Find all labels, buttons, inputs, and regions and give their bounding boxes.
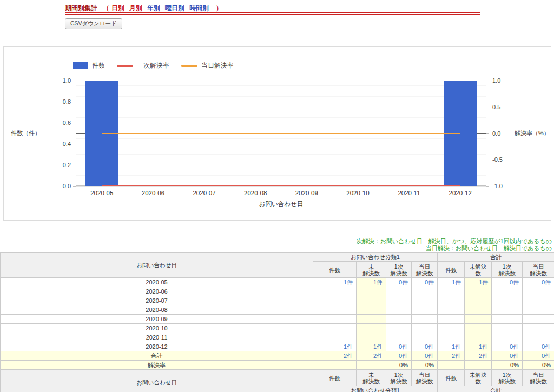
legend-item-first-resolution-rate[interactable]: 一次解決率 <box>117 61 169 70</box>
value-link-total-2[interactable]: 0件 <box>399 353 408 359</box>
row-label-2020-12: 2020-12 <box>1 342 313 351</box>
nav-link-monthly[interactable]: 月別 <box>129 4 142 12</box>
nav-link-weekday[interactable]: 曜日別 <box>165 4 184 12</box>
sub-header-6: 1次 解決数 <box>492 262 523 278</box>
value-link-2020-05-5[interactable]: 1件 <box>479 279 488 285</box>
gridline <box>76 144 486 144</box>
value-link-2020-05-6[interactable]: 0件 <box>510 279 519 285</box>
group-header-inquiry-category-1: お問い合わせ分類1 <box>313 253 438 262</box>
chart-legend: 件数一次解決率当日解決率 <box>73 61 234 70</box>
left-tick-mark <box>73 165 76 165</box>
cell-2020-07-5 <box>465 296 492 305</box>
cell-2020-12-7: 0件 <box>523 342 554 351</box>
cell-2020-09-0 <box>313 315 357 324</box>
value-link-2020-12-1[interactable]: 1件 <box>373 343 382 350</box>
sub-header-4: 件数 <box>438 262 465 278</box>
cell-2020-12-3: 0件 <box>412 342 438 351</box>
value-link-2020-12-7[interactable]: 0件 <box>542 343 551 350</box>
cell-2020-05-2: 0件 <box>386 278 412 287</box>
value-link-total-4[interactable]: 2件 <box>452 353 461 359</box>
table-row-2020-10: 2020-10 <box>1 324 554 333</box>
cell-2020-11-0 <box>313 333 357 342</box>
sub-header-7: 当日 解決数 <box>523 262 554 278</box>
value-link-2020-12-4[interactable]: 1件 <box>452 343 461 350</box>
left-axis-title: 件数（件） <box>11 129 41 137</box>
table-row-2020-11: 2020-11 <box>1 333 554 342</box>
page: { "nav": { "title": "期間別集計", "paren_open… <box>0 0 554 392</box>
value-link-2020-12-5[interactable]: 1件 <box>479 343 488 350</box>
note-first-resolution: 一次解決：お問い合わせ日＝解決日、かつ、応対履歴が1回以内であるもの <box>351 238 552 245</box>
same-day-resolution-rate-swatch <box>181 65 197 67</box>
gridline <box>76 175 486 176</box>
cell-total-7: 0件 <box>523 351 554 361</box>
value-link-2020-12-2[interactable]: 0件 <box>399 343 408 350</box>
cell-2020-11-7 <box>523 333 554 342</box>
legend-item-same-day-resolution-rate[interactable]: 当日解決率 <box>181 61 234 70</box>
right-tick-mark <box>486 133 489 134</box>
legend-label-same-day-resolution-rate: 当日解決率 <box>201 61 234 70</box>
value-link-total-5[interactable]: 2件 <box>479 353 488 359</box>
value-link-total-3[interactable]: 0件 <box>425 353 434 359</box>
value-link-2020-05-0[interactable]: 1件 <box>344 279 353 285</box>
cell-total-5: 2件 <box>465 351 492 361</box>
legend-item-count[interactable]: 件数 <box>73 61 105 70</box>
cell-2020-07-6 <box>492 296 523 305</box>
nav-link-yearly[interactable]: 年別 <box>147 4 160 12</box>
value-link-2020-12-6[interactable]: 0件 <box>510 343 519 350</box>
cell-2020-05-5: 1件 <box>465 278 492 287</box>
y-tick-label-right: -0.5 <box>492 156 519 163</box>
cell-2020-06-2 <box>386 287 412 296</box>
sub-header-2: 1次 解決数 <box>386 262 412 278</box>
value-link-total-0[interactable]: 2件 <box>344 353 353 359</box>
value-link-2020-12-0[interactable]: 1件 <box>344 343 353 350</box>
left-tick-mark <box>73 102 76 102</box>
sub-header-2: 1次 解決数 <box>386 370 412 386</box>
value-link-2020-05-2[interactable]: 0件 <box>399 279 408 285</box>
value-link-total-1[interactable]: 2件 <box>373 353 382 359</box>
value-link-2020-05-1[interactable]: 1件 <box>373 279 382 285</box>
x-tick-label: 2020-10 <box>333 190 382 196</box>
value-link-2020-12-3[interactable]: 0件 <box>425 343 434 350</box>
gridline <box>76 154 486 155</box>
right-tick-mark <box>486 107 489 107</box>
gridline <box>76 149 486 149</box>
table-row-2020-07: 2020-07 <box>1 296 554 305</box>
left-tick-mark <box>73 81 76 81</box>
nav-link-hourly[interactable]: 時間別 <box>189 4 209 12</box>
cell-2020-08-7 <box>523 305 554 315</box>
cell-rate-2: 0% <box>386 361 412 370</box>
x-tick-label: 2020-08 <box>231 190 280 196</box>
value-link-2020-05-7[interactable]: 0件 <box>542 279 551 285</box>
paren-open: （ <box>103 4 109 12</box>
cell-2020-05-7: 0件 <box>523 278 554 287</box>
cell-2020-11-4 <box>438 333 465 342</box>
row-label-2020-08: 2020-08 <box>1 305 313 315</box>
csv-download-button[interactable]: CSVダウンロード <box>65 18 122 29</box>
gridline <box>76 181 486 181</box>
gridline <box>76 117 486 118</box>
cell-2020-10-4 <box>438 324 465 333</box>
cell-2020-07-3 <box>412 296 438 305</box>
sub-header-0: 件数 <box>313 370 357 386</box>
value-link-2020-05-3[interactable]: 0件 <box>425 279 434 285</box>
sub-header-6: 1次 解決数 <box>492 370 523 386</box>
plot-area <box>76 81 486 186</box>
right-tick-mark <box>486 186 489 187</box>
value-link-2020-05-4[interactable]: 1件 <box>452 279 461 285</box>
nav-link-daily[interactable]: 日別 <box>111 4 124 12</box>
cell-2020-06-6 <box>492 287 523 296</box>
gridline <box>76 128 486 128</box>
value-link-total-6[interactable]: 0件 <box>510 353 519 359</box>
line-same-day-resolution-rate <box>102 133 460 134</box>
row-label-rate: 解決率 <box>1 361 313 370</box>
y-tick-label-left: 0.8 <box>43 98 71 105</box>
right-tick-mark <box>486 160 489 160</box>
note-same-day-resolution: 当日解決：お問い合わせ日＝解決日であるもの <box>351 245 552 252</box>
cell-2020-10-2 <box>386 324 412 333</box>
first-resolution-rate-swatch <box>117 65 133 67</box>
gridline <box>76 160 486 160</box>
paren-close: ） <box>216 4 222 12</box>
cell-2020-09-5 <box>465 315 492 324</box>
row-label-total: 合計 <box>1 351 313 361</box>
value-link-total-7[interactable]: 0件 <box>542 353 551 359</box>
